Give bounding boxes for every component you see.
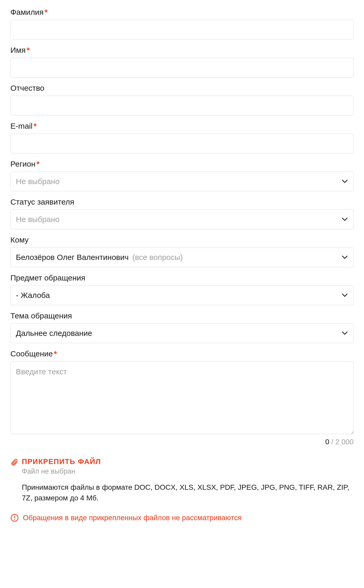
patronymic-label: Отчество [10,84,354,93]
topic-label: Тема обращения [10,311,354,320]
field-recipient: Кому Белозёров Олег Валентинович (все во… [10,236,354,267]
char-counter: 0 / 2 000 [10,438,354,446]
required-asterisk: * [36,160,40,168]
field-patronymic: Отчество [10,84,354,115]
warning-row: Обращения в виде прикрепленных файлов не… [10,514,354,522]
chevron-down-icon [342,179,348,184]
region-select[interactable]: Не выбрано [10,172,354,191]
field-subject: Предмет обращения - Жалоба [10,273,354,305]
subject-label: Предмет обращения [10,273,354,282]
chevron-down-icon [342,292,348,298]
select-placeholder: Не выбрано [16,215,60,224]
chevron-down-icon [342,330,348,336]
attach-status: Файл не выбран [22,467,354,475]
topic-select[interactable]: Дальнее следование [10,323,354,343]
name-input[interactable] [10,58,354,77]
recipient-select[interactable]: Белозёров Олег Валентинович (все вопросы… [10,247,354,267]
select-suffix: (все вопросы) [132,253,183,262]
message-textarea[interactable] [10,361,354,434]
status-select[interactable]: Не выбрано [10,210,354,229]
required-asterisk: * [34,122,37,130]
field-region: Регион* Не выбрано [10,160,354,191]
attach-content: ПРИКРЕПИТЬ ФАЙЛ Файл не выбран [22,458,354,475]
select-placeholder: Не выбрано [16,177,60,186]
svg-point-2 [14,519,15,520]
field-message: Сообщение* 0 / 2 000 [10,349,354,446]
field-topic: Тема обращения Дальнее следование [10,311,354,343]
warning-icon [10,514,19,522]
recipient-label: Кому [10,236,354,244]
select-value: Дальнее следование [16,329,92,338]
label-text: Регион [10,160,35,168]
surname-input[interactable] [10,20,354,40]
attach-row: ПРИКРЕПИТЬ ФАЙЛ Файл не выбран [10,458,354,475]
select-value: - Жалоба [16,291,50,300]
warning-text: Обращения в виде прикрепленных файлов не… [23,514,242,522]
subject-select[interactable]: - Жалоба [10,285,354,305]
attach-file-button[interactable]: ПРИКРЕПИТЬ ФАЙЛ [22,458,354,466]
select-value: Белозёров Олег Валентинович [16,253,129,262]
label-text: E-mail [10,122,32,130]
required-asterisk: * [54,349,57,358]
required-asterisk: * [27,46,30,54]
label-text: Имя [10,46,25,54]
field-name: Имя* [10,46,354,77]
attach-hint: Принимаются файлы в формате DOC, DOCX, X… [22,482,354,503]
label-text: Фамилия [10,8,43,16]
status-label: Статус заявителя [10,198,354,206]
patronymic-input[interactable] [10,96,354,115]
name-label: Имя* [10,46,354,55]
field-surname: Фамилия* [10,8,354,40]
paperclip-icon [10,458,18,466]
required-asterisk: * [44,8,48,16]
email-label: E-mail* [10,122,354,130]
chevron-down-icon [342,217,348,222]
counter-sep: / [329,438,335,446]
email-input[interactable] [10,134,354,153]
field-status: Статус заявителя Не выбрано [10,198,354,229]
label-text: Сообщение [10,349,53,358]
region-label: Регион* [10,160,354,168]
message-label: Сообщение* [10,349,354,358]
field-email: E-mail* [10,122,354,153]
counter-current: 0 [325,438,329,446]
counter-limit: 2 000 [335,438,354,446]
chevron-down-icon [342,254,348,260]
surname-label: Фамилия* [10,8,354,17]
attach-section: ПРИКРЕПИТЬ ФАЙЛ Файл не выбран Принимают… [10,458,354,503]
